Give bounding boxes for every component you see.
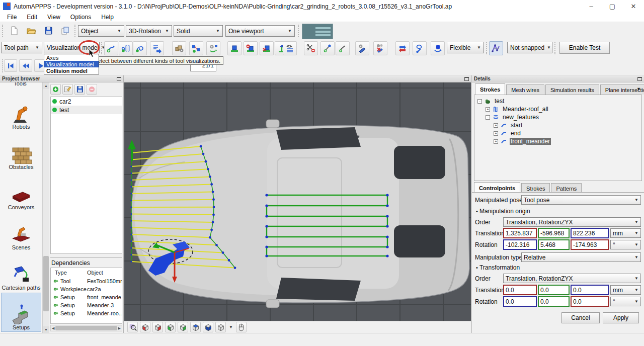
tab-mesh-wires[interactable]: Mesh wires [506, 84, 544, 95]
cancel-button[interactable]: Cancel [561, 312, 600, 323]
setup-delete-button[interactable] [260, 41, 274, 55]
add-stroke-button[interactable] [104, 41, 118, 55]
tab-simulation-results[interactable]: Simulation results [545, 84, 599, 95]
transform-translation-y-field[interactable]: 0.0 [538, 285, 570, 295]
manipulation-origin-section[interactable]: Manipulation origin [476, 208, 530, 215]
scroll-up-icon[interactable]: ▲ [43, 82, 49, 89]
translation-z-field[interactable]: 822.236 [571, 228, 609, 238]
dropdown-item-collision-model[interactable]: Collision model [44, 67, 99, 74]
transform-rotation-x-field[interactable]: 0.0 [503, 296, 537, 307]
dropdown-item-visualization-model[interactable]: Visualization model [44, 61, 99, 67]
menu-help[interactable]: Help [96, 14, 119, 21]
manipulated-pose-dropdown[interactable]: Tool pose▼ [521, 195, 641, 205]
pause-stroke-button[interactable] [119, 41, 133, 55]
sidebar-item-obstacles[interactable]: Obstacles [1, 132, 41, 171]
viewport-layout-dropdown[interactable]: One viewport▼ [225, 25, 295, 37]
list-item[interactable]: test [51, 106, 122, 114]
toolbar-gripper[interactable] [298, 25, 300, 37]
category-scrollbar[interactable]: ▲ ▼ [42, 82, 49, 333]
sidebar-item-robots[interactable]: Robots [1, 92, 41, 131]
snap-mode-dropdown[interactable]: Not snapped▼ [507, 42, 552, 53]
tab-strokes[interactable]: Strokes [475, 83, 505, 95]
toolbar-gripper[interactable] [2, 25, 4, 37]
scrollbar-thumb[interactable] [43, 256, 49, 311]
cubes-link-button[interactable] [189, 41, 203, 55]
close-button[interactable]: ✕ [623, 0, 644, 13]
save-file-button[interactable] [41, 24, 55, 38]
manipulation-type-dropdown[interactable]: Relative▼ [521, 252, 641, 262]
path-snap-button[interactable] [489, 41, 503, 55]
stroke-visibility-button[interactable] [283, 41, 297, 55]
tab-strokes[interactable]: Strokes [521, 183, 550, 193]
toolbar-gripper[interactable] [554, 42, 556, 54]
collapse-icon[interactable]: - [477, 99, 482, 104]
open-file-button[interactable] [24, 24, 38, 38]
view-bottom-z-button[interactable] [203, 322, 213, 332]
transform-translation-z-field[interactable]: 0.0 [571, 285, 609, 295]
setup-remove-button[interactable] [244, 41, 258, 55]
tool-path-dropdown[interactable]: Tool path▼ [1, 42, 42, 53]
rotation-y-field[interactable]: 5.468 [538, 239, 570, 250]
gear-pen-delete-button[interactable] [373, 41, 387, 55]
view-top-z-button[interactable] [190, 322, 201, 332]
insert-point-green-button[interactable] [336, 41, 350, 55]
loop-wrench-button[interactable] [413, 41, 427, 55]
table-row[interactable]: Workpiececar2a [51, 285, 122, 293]
view-back-x-button[interactable] [152, 322, 163, 332]
add-item-button[interactable] [50, 84, 61, 95]
transformation-section[interactable]: Transformation [476, 264, 520, 271]
transform-translation-x-field[interactable]: 0.0 [503, 285, 537, 295]
swirl-stroke-button[interactable] [133, 41, 147, 55]
translation-unit-dropdown[interactable]: mm▼ [610, 228, 641, 238]
zoom-region-button[interactable] [127, 322, 138, 332]
maximize-button[interactable]: ▢ [602, 0, 623, 13]
tree-item-end[interactable]: +end [474, 129, 641, 137]
table-row[interactable]: ToolFesTool150mm [51, 277, 122, 285]
expand-icon[interactable]: + [494, 139, 498, 144]
view-iso-button[interactable] [215, 322, 226, 332]
new-file-button[interactable] [7, 24, 21, 38]
transform-order-dropdown[interactable]: Translation, RotationZYX▼ [503, 274, 641, 283]
chevron-down-icon[interactable]: ▼ [229, 325, 233, 329]
export-strokes-button[interactable] [150, 41, 164, 55]
edit-item-button[interactable] [62, 84, 73, 95]
category-tools-partial[interactable]: Tools [0, 82, 40, 86]
translation-y-field[interactable]: -596.968 [538, 228, 570, 238]
transform-rotation-unit-dropdown[interactable]: °▼ [610, 297, 641, 306]
restore-panel-icon[interactable] [464, 77, 469, 81]
enable-test-button[interactable]: Enable Test [559, 42, 610, 54]
gear-arrows-button[interactable] [206, 41, 220, 55]
3d-viewport[interactable] [124, 82, 471, 321]
sidebar-item-setups[interactable]: Setups [1, 293, 41, 332]
rotation-z-field[interactable]: -174.963 [571, 239, 609, 250]
grinder-down-button[interactable] [431, 41, 445, 55]
scene-thumbnail-button[interactable] [302, 24, 333, 39]
transform-rotation-y-field[interactable]: 0.0 [538, 296, 570, 307]
reorder-strokes-button[interactable] [395, 41, 410, 55]
menu-view[interactable]: View [42, 14, 65, 21]
tab-overflow-icon[interactable]: ▼ [636, 86, 641, 92]
skip-start-button[interactable] [4, 59, 17, 72]
view-right-y-button[interactable] [178, 322, 188, 332]
rotation-mode-dropdown[interactable]: 3D-Rotation▼ [126, 25, 172, 37]
collapse-icon[interactable]: - [486, 115, 490, 120]
toolbar-gripper[interactable] [101, 42, 103, 54]
scroll-right-icon[interactable]: ▶ [118, 326, 121, 330]
tree-item-test[interactable]: -test [474, 97, 641, 105]
setup-add-button[interactable] [227, 41, 242, 55]
dependencies-hscrollbar[interactable]: ◀▶ [50, 325, 122, 331]
tab-patterns[interactable]: Patterns [551, 183, 582, 193]
order-dropdown[interactable]: Translation, RotationZYX▼ [503, 217, 641, 227]
rotation-unit-dropdown[interactable]: °▼ [610, 240, 641, 249]
expand-icon[interactable]: + [486, 107, 490, 112]
tree-item-start[interactable]: +start [474, 121, 641, 129]
save-item-button[interactable] [74, 84, 85, 95]
transform-translation-unit-dropdown[interactable]: mm▼ [610, 285, 641, 295]
tree-item-new_features[interactable]: -new_features [474, 113, 641, 121]
tree-item-front_meander[interactable]: +front_meander [474, 137, 641, 145]
transform-rotation-z-field[interactable]: 0.0 [571, 296, 609, 307]
mouse-settings-button[interactable] [236, 322, 247, 332]
restore-panel-icon[interactable] [637, 77, 642, 81]
expand-icon[interactable]: + [494, 131, 498, 136]
sidebar-item-conveyors[interactable]: Conveyors [1, 172, 41, 211]
